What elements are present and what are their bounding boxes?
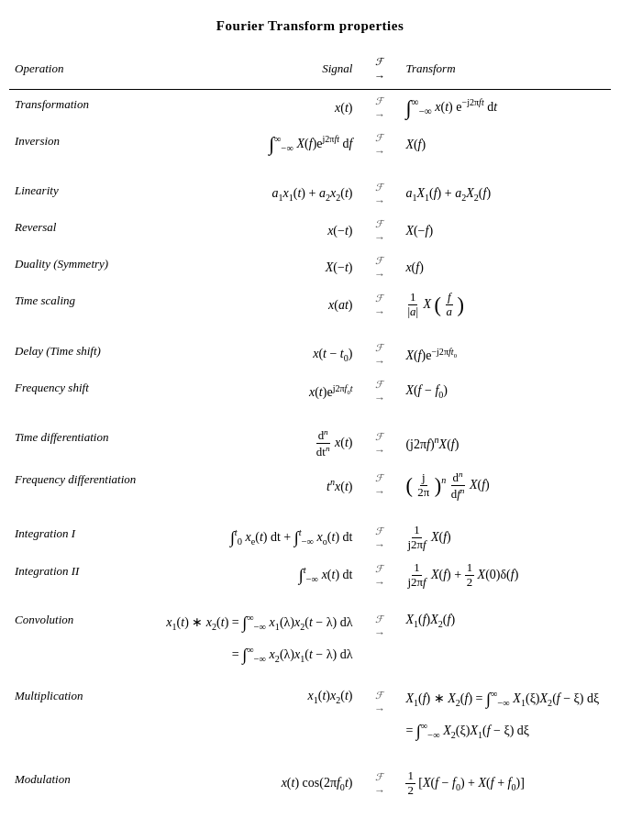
signal-convolution-2: = ∫∞−∞ x2(λ)x1(t − λ) dλ <box>141 645 358 670</box>
table-row: Duality (Symmetry) X(−t) ℱ → x(f) <box>9 249 611 286</box>
header-transform: Transform <box>400 50 611 90</box>
op-transformation: Transformation <box>9 90 141 127</box>
signal-time-diff: dn dtn x(t) <box>141 423 358 465</box>
signal-time-scaling: x(at) <box>141 286 358 324</box>
signal-freq-diff: tnx(t) <box>141 465 358 507</box>
transform-modulation: 1 2 [X(f − f0) + X(f + f0)] <box>400 765 611 802</box>
signal-convolution-1: x1(t) ∗ x2(t) = ∫∞−∞ x1(λ)x2(t − λ) dλ <box>141 607 358 645</box>
signal-reversal: x(−t) <box>141 213 358 249</box>
arrow-delay: ℱ → <box>358 337 400 373</box>
table-row: Reversal x(−t) ℱ → X(−f) <box>9 213 611 249</box>
gap-row <box>9 410 611 423</box>
op-delay: Delay (Time shift) <box>9 337 141 373</box>
op-modulation: Modulation <box>9 765 141 802</box>
signal-transformation: x(t) <box>141 90 358 127</box>
gap-row <box>9 594 611 607</box>
op-time-diff: Time differentiation <box>9 423 141 465</box>
arrow-freq-shift: ℱ → <box>358 373 400 410</box>
table-row: Convolution x1(t) ∗ x2(t) = ∫∞−∞ x1(λ)x2… <box>9 607 611 645</box>
signal-integration-1: ∫t0 xe(t) dt + ∫t−∞ xo(t) dt <box>141 519 358 557</box>
transform-freq-diff: ( j 2π )n dn dfn X(f) <box>400 465 611 507</box>
arrow-duality: ℱ → <box>358 249 400 286</box>
transform-multiplication-1: X1(f) ∗ X2(f) = ∫∞−∞ X1(ξ)X2(f − ξ) dξ <box>400 683 611 721</box>
op-convolution: Convolution <box>9 607 141 645</box>
op-freq-diff: Frequency differentiation <box>9 465 141 507</box>
op-convolution-cont <box>9 645 141 670</box>
table-row: Frequency shift x(t)ej2πf0t ℱ → X(f − f0… <box>9 373 611 410</box>
table-row: = ∫∞−∞ X2(ξ)X1(f − ξ) dξ <box>9 721 611 746</box>
arrow-transformation: ℱ → <box>358 90 400 127</box>
table-row: Delay (Time shift) x(t − t0) ℱ → X(f)e−j… <box>9 337 611 373</box>
op-reversal: Reversal <box>9 213 141 249</box>
signal-modulation: x(t) cos(2πf0t) <box>141 765 358 802</box>
op-linearity: Linearity <box>9 176 141 213</box>
arrow-time-scaling: ℱ → <box>358 286 400 324</box>
arrow-integration-2: ℱ → <box>358 557 400 594</box>
arrow-mult-cont <box>358 721 400 746</box>
signal-multiplication: x1(t)x2(t) <box>141 683 358 721</box>
table-row: Integration II ∫t−∞ x(t) dt ℱ → 1 j2πf X… <box>9 557 611 594</box>
arrow-cont <box>358 645 400 670</box>
arrow-reversal: ℱ → <box>358 213 400 249</box>
arrow-integration-1: ℱ → <box>358 519 400 557</box>
table-row: Multiplication x1(t)x2(t) ℱ → X1(f) ∗ X2… <box>9 683 611 721</box>
arrow-freq-diff: ℱ → <box>358 465 400 507</box>
gap-row <box>9 163 611 176</box>
table-row: Transformation x(t) ℱ → ∫∞−∞ x(t) e−j2πf… <box>9 90 611 127</box>
op-multiplication: Multiplication <box>9 683 141 721</box>
arrow-modulation: ℱ → <box>358 765 400 802</box>
signal-duality: X(−t) <box>141 249 358 286</box>
op-integration-2: Integration II <box>9 557 141 594</box>
transform-freq-shift: X(f − f0) <box>400 373 611 410</box>
table-row: Frequency differentiation tnx(t) ℱ → ( j… <box>9 465 611 507</box>
op-time-scaling: Time scaling <box>9 286 141 324</box>
header-operation: Operation <box>9 50 141 90</box>
gap-row <box>9 506 611 519</box>
signal-inversion: ∫∞−∞ X(f)ej2πft df <box>141 127 358 163</box>
table-row: Time differentiation dn dtn x(t) ℱ → (j2… <box>9 423 611 465</box>
transform-delay: X(f)e−j2πft0 <box>400 337 611 373</box>
signal-integration-2: ∫t−∞ x(t) dt <box>141 557 358 594</box>
header-signal: Signal <box>141 50 358 90</box>
transform-multiplication-2: = ∫∞−∞ X2(ξ)X1(f − ξ) dξ <box>400 721 611 746</box>
transform-integration-1: 1 j2πf X(f) <box>400 519 611 557</box>
signal-delay: x(t − t0) <box>141 337 358 373</box>
transform-reversal: X(−f) <box>400 213 611 249</box>
signal-freq-shift: x(t)ej2πf0t <box>141 373 358 410</box>
op-mult-cont <box>9 721 141 746</box>
arrow-convolution: ℱ → <box>358 607 400 645</box>
transform-time-diff: (j2πf)nX(f) <box>400 423 611 465</box>
table-row: = ∫∞−∞ x2(λ)x1(t − λ) dλ <box>9 645 611 670</box>
op-freq-shift: Frequency shift <box>9 373 141 410</box>
gap-row <box>9 324 611 337</box>
signal-linearity: a1x1(t) + a2x2(t) <box>141 176 358 213</box>
transform-convolution: X1(f)X2(f) <box>400 607 611 645</box>
arrow-multiplication: ℱ → <box>358 683 400 721</box>
signal-mult-cont <box>141 721 358 746</box>
table-row: Linearity a1x1(t) + a2x2(t) ℱ → a1X1(f) … <box>9 176 611 213</box>
header-arrow: ℱ → <box>358 50 400 90</box>
gap-row <box>9 670 611 683</box>
table-row: Modulation x(t) cos(2πf0t) ℱ → 1 2 [X(f … <box>9 765 611 802</box>
arrow-inversion: ℱ → <box>358 127 400 163</box>
op-integration-1: Integration I <box>9 519 141 557</box>
transform-time-scaling: 1 |a| X ( f a ) <box>400 286 611 324</box>
transform-cont <box>400 645 611 670</box>
arrow-linearity: ℱ → <box>358 176 400 213</box>
op-inversion: Inversion <box>9 127 141 163</box>
transform-transformation: ∫∞−∞ x(t) e−j2πft dt <box>400 90 611 127</box>
op-duality: Duality (Symmetry) <box>9 249 141 286</box>
transform-duality: x(f) <box>400 249 611 286</box>
table-row: Inversion ∫∞−∞ X(f)ej2πft df ℱ → X(f) <box>9 127 611 163</box>
table-row: Integration I ∫t0 xe(t) dt + ∫t−∞ xo(t) … <box>9 519 611 557</box>
page-title: Fourier Transform properties <box>9 18 611 34</box>
transform-inversion: X(f) <box>400 127 611 163</box>
table-row: Time scaling x(at) ℱ → 1 |a| X ( f <box>9 286 611 324</box>
transform-integration-2: 1 j2πf X(f) + 1 2 X(0)δ(f) <box>400 557 611 594</box>
arrow-time-diff: ℱ → <box>358 423 400 465</box>
transform-linearity: a1X1(f) + a2X2(f) <box>400 176 611 213</box>
gap-row <box>9 746 611 765</box>
